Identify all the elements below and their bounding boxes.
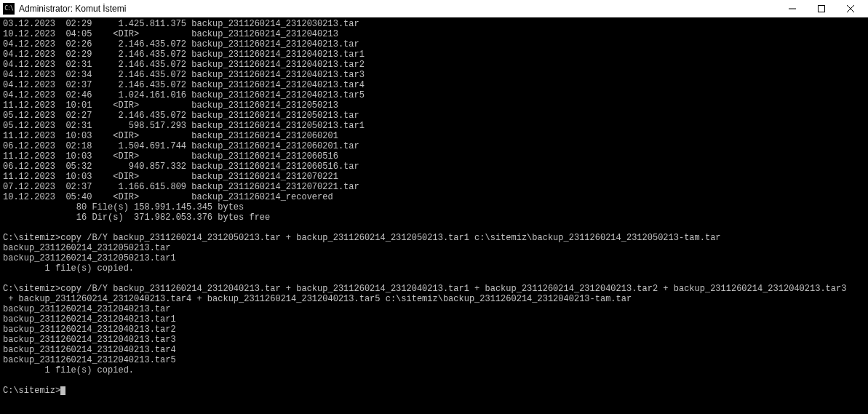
window-title: Administrator: Komut İstemi [19,4,778,14]
terminal-output[interactable]: 03.12.2023 02:29 1.425.811.375 backup_23… [0,17,868,414]
svg-rect-1 [819,5,825,12]
cursor-icon [60,386,65,395]
terminal-prompt: C:\sitemiz> [3,386,60,396]
window-titlebar: C:\ Administrator: Komut İstemi [0,0,868,17]
cmd-icon: C:\ [3,3,15,15]
minimize-button[interactable] [778,0,807,17]
close-button[interactable] [836,0,865,17]
maximize-button[interactable] [807,0,836,17]
window-controls [778,0,865,17]
